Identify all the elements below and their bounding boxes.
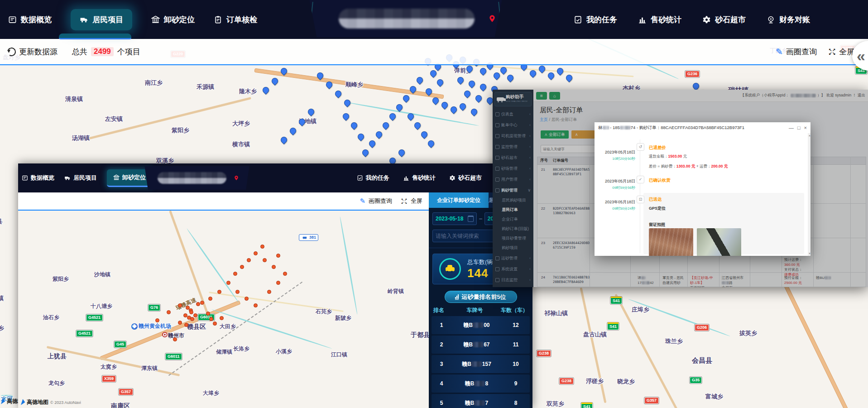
nav-item-truck[interactable]: 居民项目	[71, 9, 132, 30]
unload-point-marker[interactable]	[233, 272, 237, 276]
ranking-row[interactable]: 3赣B15710	[432, 355, 530, 373]
minimize-icon[interactable]: —	[789, 125, 794, 130]
unload-point-marker[interactable]	[240, 265, 244, 269]
project-pin-marker[interactable]	[436, 78, 445, 87]
unload-point-marker[interactable]	[213, 322, 217, 326]
project-pin-marker[interactable]	[270, 77, 279, 86]
unload-point-marker[interactable]	[208, 297, 212, 301]
unload-point-marker[interactable]	[217, 290, 221, 294]
evidence-photo-truck[interactable]	[697, 228, 741, 256]
nav-item-gear[interactable]: 砂石超市	[449, 174, 482, 182]
nav-item-chart[interactable]: 售砂统计	[403, 174, 436, 182]
project-pin-marker[interactable]	[307, 107, 316, 116]
unload-point-marker[interactable]	[272, 265, 276, 269]
date-from-field[interactable]: 2023-05-18	[432, 212, 477, 225]
unload-point-marker[interactable]	[173, 337, 177, 341]
nav-item-camera[interactable]: 财务对账	[767, 14, 810, 25]
project-pin-marker[interactable]	[381, 121, 390, 130]
project-pin-marker[interactable]	[440, 101, 449, 110]
unload-point-marker[interactable]	[184, 323, 188, 327]
fullscreen-button[interactable]: ↖↗↙↘ 全屏	[401, 197, 422, 205]
nav-item-clipboard[interactable]: 订单核检	[214, 14, 257, 25]
project-pin-marker[interactable]	[402, 94, 411, 103]
unload-point-marker[interactable]	[209, 317, 213, 321]
unload-point-marker[interactable]	[206, 312, 210, 316]
project-pin-marker[interactable]	[413, 121, 422, 130]
unload-point-marker[interactable]	[235, 290, 240, 294]
nav-item-chart[interactable]: 售砂统计	[638, 14, 681, 25]
project-pin-marker[interactable]	[537, 64, 547, 73]
unload-point-marker[interactable]	[155, 318, 159, 322]
nav-item-truck[interactable]: 居民项目	[64, 174, 97, 182]
ranking-row[interactable]: 1赣B0012	[432, 316, 530, 334]
circle-query-button[interactable]: ✎ 画圈查询	[776, 47, 817, 57]
maximize-icon[interactable]: □	[797, 125, 801, 130]
fullscreen-button[interactable]: ↖↗↙↘ 全屏	[829, 47, 854, 57]
unload-point-marker[interactable]	[245, 297, 249, 301]
project-pin-marker[interactable]	[463, 89, 472, 98]
project-pin-marker[interactable]	[506, 73, 515, 82]
project-pin-marker[interactable]	[547, 71, 556, 80]
circle-query-button[interactable]: ✎ 画圈查询	[360, 197, 392, 205]
ranking-row[interactable]: 5赣B78	[432, 394, 530, 408]
nav-item-bank[interactable]: 卸砂定位	[151, 14, 195, 25]
unload-point-marker[interactable]	[254, 251, 258, 255]
project-pin-marker[interactable]	[470, 107, 479, 116]
project-pin-marker[interactable]	[343, 98, 352, 107]
nav-item-doc[interactable]: 数据概览	[8, 14, 52, 25]
nav-item-tasks[interactable]: 我的任务	[574, 14, 617, 25]
project-pin-marker[interactable]	[397, 148, 406, 157]
unload-point-marker[interactable]	[283, 272, 287, 276]
ranking-row[interactable]: 4赣B89	[432, 374, 530, 393]
unload-point-marker[interactable]	[167, 310, 171, 314]
unload-point-marker[interactable]	[200, 301, 204, 305]
project-pin-marker[interactable]	[429, 69, 438, 78]
nav-item-tasks[interactable]: 我的任务	[357, 174, 389, 182]
project-pin-marker[interactable]	[691, 82, 700, 91]
nav-item-bank[interactable]: 卸砂定位	[107, 169, 152, 187]
unload-point-marker[interactable]	[226, 281, 230, 285]
unload-map[interactable]: 高德地图 © 2023 AutoNavi 381 紫阳乡沙地镇岭背镇石芫乡储潭镇…	[18, 211, 429, 408]
project-pin-marker[interactable]	[388, 112, 397, 121]
project-pin-marker[interactable]	[556, 67, 565, 76]
project-pin-marker[interactable]	[288, 126, 297, 135]
unload-point-marker[interactable]	[260, 245, 264, 249]
project-pin-marker[interactable]	[474, 94, 483, 103]
unload-point-marker[interactable]	[193, 313, 197, 317]
nav-item-doc[interactable]: 数据概览	[22, 174, 54, 182]
project-pin-marker[interactable]	[449, 105, 458, 114]
unload-point-marker[interactable]	[267, 290, 271, 294]
modal-scrollbar[interactable]: ▲▼	[808, 133, 810, 256]
project-pin-marker[interactable]	[350, 121, 359, 130]
project-pin-marker[interactable]	[427, 139, 436, 148]
project-pin-marker[interactable]	[479, 67, 488, 76]
unload-point-marker[interactable]	[247, 258, 251, 262]
vehicle-plate-badge[interactable]: 381	[299, 234, 318, 241]
modal-titlebar[interactable]: 林 - 18574 - 购砂订单：88CAECFFFA034D7BA58BF45…	[595, 122, 810, 134]
unload-point-marker[interactable]	[190, 317, 194, 321]
tab-enterprise-unload[interactable]: 企业订单卸砂定位	[429, 192, 489, 208]
unload-point-marker[interactable]	[189, 310, 193, 314]
unload-point-marker[interactable]	[254, 303, 258, 307]
unload-point-marker[interactable]	[178, 321, 182, 325]
nav-item-gear[interactable]: 砂石超市	[702, 14, 746, 25]
project-pin-marker[interactable]	[356, 132, 365, 141]
project-pin-marker[interactable]	[374, 130, 384, 139]
project-pin-marker[interactable]	[361, 148, 370, 157]
project-pin-marker[interactable]	[341, 112, 350, 121]
project-pin-marker[interactable]	[420, 130, 429, 139]
unload-point-marker[interactable]	[220, 316, 224, 320]
project-pin-marker[interactable]	[334, 89, 343, 98]
refresh-datasource-button[interactable]: 更新数据源	[7, 47, 58, 57]
project-pin-marker[interactable]	[479, 82, 488, 91]
project-pin-marker[interactable]	[415, 76, 424, 85]
project-pin-marker[interactable]	[565, 73, 574, 82]
unload-point-marker[interactable]	[263, 258, 267, 262]
unload-point-marker[interactable]	[196, 302, 200, 306]
project-pin-marker[interactable]	[368, 139, 377, 148]
project-pin-marker[interactable]	[467, 79, 476, 88]
unload-point-marker[interactable]	[178, 303, 182, 307]
unload-point-marker[interactable]	[276, 281, 280, 285]
project-pin-marker[interactable]	[492, 71, 501, 80]
project-pin-marker[interactable]	[279, 135, 288, 144]
